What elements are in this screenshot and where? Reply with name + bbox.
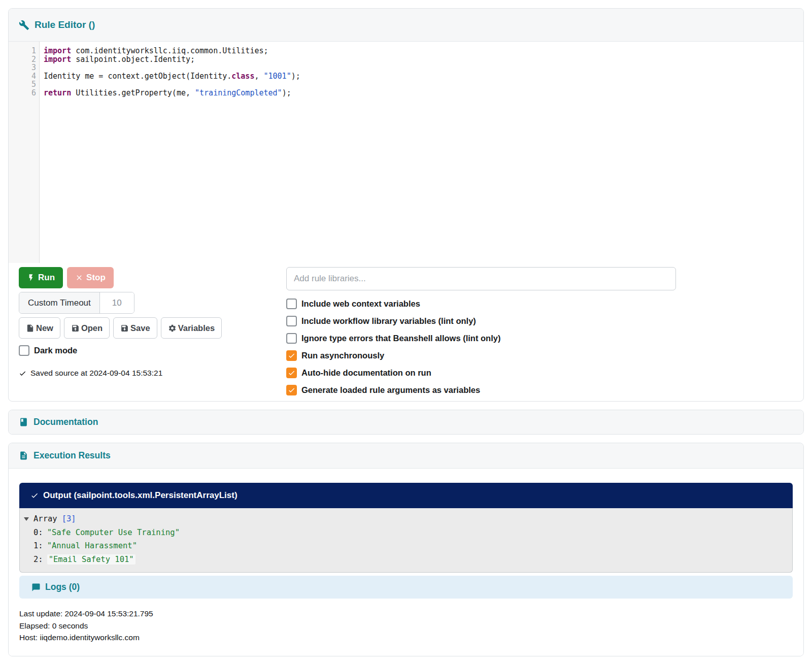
array-item-index: 0: xyxy=(33,528,43,537)
option-checkbox-label: Include workflow library variables (lint… xyxy=(301,316,476,326)
floppy-open-icon xyxy=(71,324,80,333)
code-line: return Utilities.getProperty(me, "traini… xyxy=(44,89,803,97)
file-icon xyxy=(26,324,35,333)
run-button[interactable]: Run xyxy=(19,267,63,288)
array-output-header: Array [3] xyxy=(24,512,785,526)
book-icon xyxy=(19,417,28,427)
line-number-gutter: 123456 xyxy=(9,42,40,263)
code-line xyxy=(44,63,803,72)
check-icon xyxy=(19,370,26,377)
custom-timeout-label: Custom Timeout xyxy=(19,292,100,313)
editor-controls: Run Stop Custom Timeout New xyxy=(9,263,803,401)
array-item-value: "Annual Harassment" xyxy=(47,541,137,550)
code-editor[interactable]: 123456 import com.identityworksllc.iiq.c… xyxy=(9,42,803,263)
rule-libraries-input[interactable] xyxy=(286,267,676,290)
checkbox-unchecked[interactable] xyxy=(286,299,297,309)
checkbox-checked-icon[interactable] xyxy=(286,385,297,395)
code-area[interactable]: import com.identityworksllc.iiq.common.U… xyxy=(40,42,803,263)
execution-results-title: Execution Results xyxy=(33,450,111,461)
logs-section[interactable]: Logs (0) xyxy=(19,576,793,599)
code-line: import sailpoint.object.Identity; xyxy=(44,55,803,64)
line-number: 3 xyxy=(9,63,36,72)
code-line: Identity me = context.getObject(Identity… xyxy=(44,72,803,81)
elapsed-text: Elapsed: 0 seconds xyxy=(19,620,793,632)
option-checkbox-label: Generate loaded rule arguments as variab… xyxy=(301,385,480,395)
line-number: 1 xyxy=(9,47,36,55)
lightning-icon xyxy=(27,274,35,282)
option-checkbox-row-1[interactable]: Include workflow library variables (lint… xyxy=(286,315,676,327)
documentation-title: Documentation xyxy=(33,417,98,427)
x-icon xyxy=(75,274,83,282)
array-count: [3] xyxy=(62,512,76,526)
option-checkbox-label: Run asynchronously xyxy=(301,351,384,360)
new-button[interactable]: New xyxy=(19,317,60,339)
save-button[interactable]: Save xyxy=(113,317,157,339)
array-output: Array [3] 0:"Safe Computer Use Training"… xyxy=(19,508,793,573)
option-checkbox-row-4[interactable]: Auto-hide documentation on run xyxy=(286,367,676,379)
new-button-label: New xyxy=(36,323,53,333)
execution-footer: Last update: 2024-09-04 15:53:21.795 Ela… xyxy=(19,608,793,644)
page-title: Rule Editor () xyxy=(35,19,95,30)
array-item-index: 1: xyxy=(33,541,43,550)
host-text: Host: iiqdemo.identityworksllc.com xyxy=(19,632,793,644)
line-number: 6 xyxy=(9,89,36,97)
execution-results-panel: Execution Results Output (sailpoint.tool… xyxy=(8,443,804,656)
array-item-value: "Safe Computer Use Training" xyxy=(47,528,180,537)
option-checkbox-row-3[interactable]: Run asynchronously xyxy=(286,349,676,361)
open-button-label: Open xyxy=(81,323,103,333)
custom-timeout-input[interactable] xyxy=(100,292,134,313)
code-line: import com.identityworksllc.iiq.common.U… xyxy=(44,47,803,55)
option-checkbox-row-5[interactable]: Generate loaded rule arguments as variab… xyxy=(286,384,676,396)
saved-status-text: Saved source at 2024-09-04 15:53:21 xyxy=(30,369,162,378)
checkbox-checked-icon[interactable] xyxy=(286,350,297,361)
wrench-icon xyxy=(19,20,29,30)
file-text-icon xyxy=(19,451,28,460)
output-header-label: Output (sailpoint.tools.xml.PersistentAr… xyxy=(43,490,238,501)
line-number: 5 xyxy=(9,80,36,89)
floppy-save-icon xyxy=(120,324,129,333)
array-item: 2:"Email Safety 101" xyxy=(24,553,785,567)
save-button-label: Save xyxy=(130,323,150,333)
stop-button-label: Stop xyxy=(86,273,106,283)
collapse-triangle-icon[interactable] xyxy=(24,517,29,521)
documentation-panel: Documentation xyxy=(8,410,804,435)
array-item: 1:"Annual Harassment" xyxy=(24,539,785,553)
option-checkbox-row-2[interactable]: Ignore type errors that Beanshell allows… xyxy=(286,332,676,344)
array-item: 0:"Safe Computer Use Training" xyxy=(24,526,785,540)
speech-bubble-icon xyxy=(31,583,41,592)
execution-results-body: Output (sailpoint.tools.xml.PersistentAr… xyxy=(9,469,803,656)
open-button[interactable]: Open xyxy=(64,317,110,339)
dark-mode-checkbox[interactable] xyxy=(19,345,29,356)
rule-editor-header: Rule Editor () xyxy=(9,9,803,42)
array-item-index: 2: xyxy=(33,555,43,564)
custom-timeout-group: Custom Timeout xyxy=(19,292,134,314)
last-update-text: Last update: 2024-09-04 15:53:21.795 xyxy=(19,608,793,620)
line-number: 4 xyxy=(9,72,36,81)
option-checkbox-label: Ignore type errors that Beanshell allows… xyxy=(301,334,500,343)
stop-button[interactable]: Stop xyxy=(67,267,114,288)
array-type-label: Array xyxy=(33,512,57,526)
output-header[interactable]: Output (sailpoint.tools.xml.PersistentAr… xyxy=(19,483,793,508)
array-item-value: "Email Safety 101" xyxy=(47,554,136,565)
option-checkbox-label: Auto-hide documentation on run xyxy=(301,368,431,378)
run-button-label: Run xyxy=(38,273,55,283)
variables-button[interactable]: Variables xyxy=(161,317,222,339)
gear-icon xyxy=(168,324,177,333)
line-number: 2 xyxy=(9,55,36,64)
check-icon xyxy=(30,491,39,500)
checkbox-checked-icon[interactable] xyxy=(286,368,297,378)
rule-editor-panel: Rule Editor () 123456 import com.identit… xyxy=(8,8,804,402)
dark-mode-toggle[interactable]: Dark mode xyxy=(19,345,286,356)
checkbox-unchecked[interactable] xyxy=(286,316,297,326)
variables-button-label: Variables xyxy=(178,323,215,333)
logs-label: Logs (0) xyxy=(45,582,80,592)
code-line xyxy=(44,80,803,89)
checkbox-unchecked[interactable] xyxy=(286,333,297,344)
execution-results-header[interactable]: Execution Results xyxy=(9,443,803,469)
option-checkbox-list: Include web context variablesInclude wor… xyxy=(286,297,676,396)
saved-status: Saved source at 2024-09-04 15:53:21 xyxy=(19,369,286,378)
documentation-header[interactable]: Documentation xyxy=(9,410,803,434)
option-checkbox-label: Include web context variables xyxy=(301,299,420,309)
option-checkbox-row-0[interactable]: Include web context variables xyxy=(286,297,676,310)
dark-mode-label: Dark mode xyxy=(34,346,77,355)
